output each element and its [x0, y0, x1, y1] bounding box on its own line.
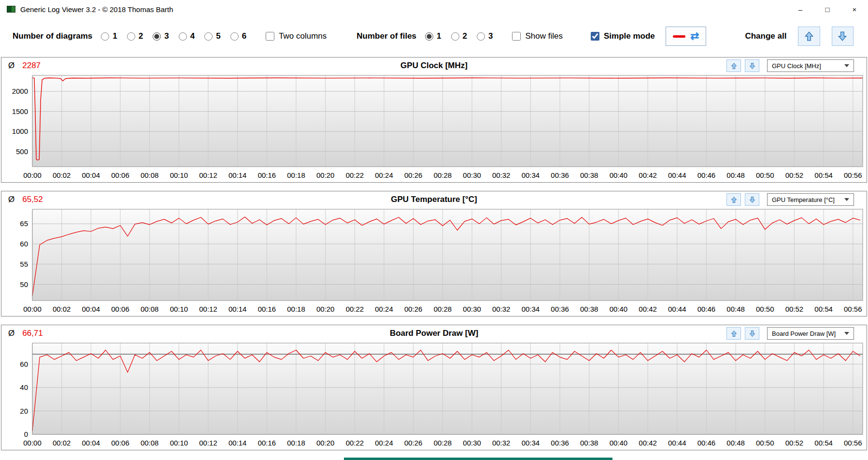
svg-text:00:26: 00:26 [404, 305, 423, 313]
metric-dropdown[interactable]: Board Power Draw [W] [767, 327, 854, 340]
svg-text:00:32: 00:32 [492, 171, 511, 179]
diagrams-radio-4[interactable] [179, 32, 187, 41]
down-arrow-icon [749, 196, 756, 203]
svg-text:00:08: 00:08 [141, 439, 159, 447]
svg-text:00:40: 00:40 [610, 439, 628, 447]
diagrams-option-6[interactable]: 6 [230, 31, 246, 41]
files-radio-2[interactable] [451, 32, 459, 41]
diagrams-option-2[interactable]: 2 [127, 31, 143, 41]
chart-panel-gpu-clock: Ø 2287 GPU Clock [MHz] GPU Clock [MHz] 0… [1, 57, 867, 183]
move-chart-up-button[interactable] [726, 327, 741, 340]
svg-text:00:12: 00:12 [199, 439, 217, 447]
change-all-up-button[interactable] [798, 27, 820, 46]
svg-text:00:08: 00:08 [141, 171, 159, 179]
app-logo-icon [7, 6, 15, 13]
diagrams-option-1[interactable]: 1 [101, 31, 117, 41]
move-chart-down-button[interactable] [745, 59, 759, 72]
svg-text:00:34: 00:34 [522, 171, 540, 179]
svg-text:00:06: 00:06 [111, 305, 129, 313]
maximize-button[interactable]: □ [814, 0, 841, 18]
svg-text:00:40: 00:40 [610, 305, 628, 313]
svg-text:00:34: 00:34 [522, 305, 540, 313]
svg-text:00:52: 00:52 [785, 171, 804, 179]
svg-text:00:02: 00:02 [53, 171, 71, 179]
svg-text:500: 500 [16, 147, 28, 156]
diagrams-option-4[interactable]: 4 [179, 31, 195, 41]
svg-text:20: 20 [20, 407, 28, 415]
svg-text:00:14: 00:14 [228, 439, 247, 447]
diagrams-radio-label-4: 4 [190, 31, 195, 41]
svg-text:00:00: 00:00 [23, 439, 42, 447]
files-radio-3[interactable] [477, 32, 485, 41]
svg-text:00:46: 00:46 [697, 439, 716, 447]
svg-text:00:24: 00:24 [375, 171, 393, 179]
diagrams-radio-3[interactable] [153, 32, 161, 41]
gpu-temperature-chart[interactable]: 00:0000:0200:0400:0600:0800:1000:1200:14… [1, 208, 867, 316]
diagrams-radio-1[interactable] [101, 32, 109, 41]
diagrams-radio-5[interactable] [204, 32, 213, 41]
move-chart-down-button[interactable] [745, 327, 759, 340]
diagram-count-radio-group: 123456 [101, 31, 246, 41]
gpu-clock-chart[interactable]: 00:0000:0200:0400:0600:0800:1000:1200:14… [1, 74, 867, 182]
chevron-down-icon [844, 64, 849, 67]
two-columns-checkbox[interactable] [266, 32, 274, 41]
titlebar: Generic Log Viewer 3.2 - © 2018 Thomas B… [0, 0, 868, 18]
diagrams-radio-label-5: 5 [216, 31, 220, 41]
change-all-down-button[interactable] [832, 27, 854, 46]
diagrams-radio-2[interactable] [127, 32, 135, 41]
diagrams-radio-label-3: 3 [164, 31, 169, 41]
down-arrow-icon [749, 330, 756, 337]
svg-text:00:36: 00:36 [551, 171, 569, 179]
average-readout: Ø 66,71 [8, 329, 43, 338]
diagrams-radio-6[interactable] [230, 32, 239, 41]
svg-text:00:38: 00:38 [580, 305, 598, 313]
svg-text:2000: 2000 [12, 87, 28, 95]
svg-text:00:56: 00:56 [844, 439, 862, 447]
svg-text:00:28: 00:28 [434, 171, 452, 179]
show-files-checkbox-row[interactable]: Show files [512, 31, 562, 41]
window-title: Generic Log Viewer 3.2 - © 2018 Thomas B… [20, 5, 173, 14]
move-chart-up-button[interactable] [726, 59, 741, 72]
files-radio-1[interactable] [425, 32, 433, 41]
files-option-1[interactable]: 1 [425, 31, 441, 41]
svg-text:00:24: 00:24 [375, 305, 393, 313]
svg-text:00:06: 00:06 [111, 171, 129, 179]
toolbar: Number of diagrams 123456 Two columns Nu… [0, 18, 868, 54]
svg-text:00:20: 00:20 [316, 439, 335, 447]
down-arrow-icon [837, 31, 848, 42]
average-symbol: Ø [8, 61, 14, 71]
svg-text:00:52: 00:52 [785, 305, 804, 313]
move-chart-up-button[interactable] [726, 193, 741, 206]
svg-text:00:50: 00:50 [756, 439, 774, 447]
svg-text:55: 55 [20, 260, 28, 268]
svg-text:40: 40 [20, 383, 28, 391]
average-value: 2287 [22, 61, 41, 71]
two-columns-checkbox-row[interactable]: Two columns [266, 31, 327, 41]
move-chart-down-button[interactable] [745, 193, 759, 206]
diagrams-option-3[interactable]: 3 [153, 31, 169, 41]
svg-text:00:30: 00:30 [463, 305, 481, 313]
diagrams-option-5[interactable]: 5 [204, 31, 220, 41]
metric-dropdown[interactable]: GPU Temperature [°C] [767, 193, 854, 206]
line-style-refresh-button[interactable]: ⇄ [666, 27, 707, 46]
files-option-2[interactable]: 2 [451, 31, 467, 41]
svg-text:00:04: 00:04 [82, 439, 100, 447]
board-power-chart[interactable]: 00:0000:0200:0400:0600:0800:1000:1200:14… [1, 342, 867, 450]
simple-mode-checkbox-row[interactable]: Simple mode [591, 31, 655, 41]
svg-text:00:26: 00:26 [404, 439, 423, 447]
simple-mode-checkbox[interactable] [591, 32, 599, 41]
svg-text:00:44: 00:44 [668, 439, 686, 447]
close-button[interactable]: × [841, 0, 868, 18]
minimize-button[interactable]: – [787, 0, 814, 18]
files-radio-label-2: 2 [463, 31, 467, 41]
svg-text:00:14: 00:14 [228, 305, 247, 313]
svg-text:00:38: 00:38 [580, 439, 598, 447]
files-option-3[interactable]: 3 [477, 31, 493, 41]
svg-text:00:10: 00:10 [170, 439, 188, 447]
svg-text:00:16: 00:16 [258, 305, 276, 313]
metric-dropdown[interactable]: GPU Clock [MHz] [767, 59, 854, 72]
svg-text:00:22: 00:22 [346, 305, 364, 313]
simple-mode-label: Simple mode [604, 31, 655, 41]
window-controls: – □ × [787, 0, 868, 18]
show-files-checkbox[interactable] [512, 32, 521, 41]
